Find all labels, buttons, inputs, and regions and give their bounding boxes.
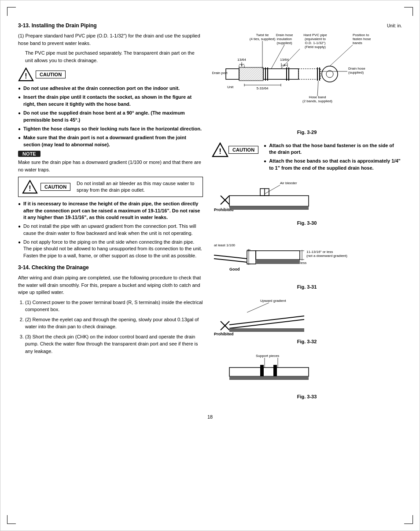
svg-line-84: [247, 303, 269, 312]
bullet-list-1: Do not use adhesive at the drain connect…: [18, 85, 203, 148]
svg-line-48: [330, 45, 353, 66]
fig-33-label: Fig. 3-33: [212, 393, 402, 401]
fig-30-svg: Air bleeder Prohibited: [212, 178, 344, 218]
fig-32-area: Upward gradient Prohibited Fig. 3-32: [212, 297, 402, 345]
section-13-step1b: The PVC pipe must be purchased separatel…: [25, 49, 203, 64]
section-14-steps: (1) Connect power to the power terminal …: [18, 299, 203, 355]
corner-mark-br: [404, 515, 413, 524]
bullet-2-3: Do not apply force to the piping on the …: [18, 239, 203, 259]
svg-rect-70: [256, 251, 300, 260]
fig-31-label: Fig. 3-31: [212, 283, 402, 291]
bullet-1-5: Make sure that the drain port is not a d…: [18, 134, 203, 148]
svg-rect-94: [229, 368, 309, 376]
svg-text:13/64: 13/64: [237, 58, 247, 62]
bullet-2-1: If it is necessary to increase the heigh…: [18, 201, 203, 221]
svg-text:Air bleeder: Air bleeder: [280, 181, 297, 185]
svg-text:(supplied): (supplied): [348, 71, 364, 74]
fig-33-svg: Support pieces: [212, 352, 335, 391]
caution-triangle-2: !: [22, 180, 38, 194]
section-14-step-3: (3) Short the check pin (CHK) on the ind…: [25, 333, 203, 355]
svg-text:1: 1: [241, 63, 243, 67]
svg-text:13/64: 13/64: [280, 58, 289, 62]
bullet-1-1: Do not use adhesive at the drain connect…: [18, 85, 203, 92]
caution-triangle-right: !: [212, 142, 228, 157]
bullet-1-2: Insert the drain pipe until it contacts …: [18, 94, 203, 108]
fig-29-area: Drain port Unit: [212, 30, 402, 136]
svg-text:(4 ties, supplied): (4 ties, supplied): [250, 37, 276, 41]
section-14-step-1: (1) Connect power to the power terminal …: [25, 299, 203, 313]
svg-rect-59: [229, 196, 309, 206]
svg-text:(2 bands, supplied): (2 bands, supplied): [302, 99, 332, 103]
svg-line-67: [214, 255, 247, 259]
svg-rect-8: [263, 69, 298, 79]
section-14-step-2: (2) Remove the eyelet cap and through th…: [25, 316, 203, 330]
svg-text:(not a downward gradient): (not a downward gradient): [306, 254, 347, 258]
svg-line-68: [214, 259, 247, 262]
svg-line-54: [317, 81, 318, 96]
svg-text:Position to: Position to: [353, 33, 369, 37]
svg-rect-7: [239, 67, 263, 81]
svg-text:fasten hose: fasten hose: [353, 37, 371, 41]
svg-text:!: !: [29, 185, 31, 192]
caution-right-bullet-1: Attach so that the hose band fastener is…: [264, 142, 402, 156]
svg-rect-95: [260, 365, 264, 378]
caution-box-right: ! CAUTION Attach so that the hose band f…: [212, 142, 402, 174]
svg-text:Drain hose: Drain hose: [276, 33, 293, 37]
svg-point-29: [322, 66, 338, 82]
caution-box-1: ! CAUTION: [18, 67, 203, 82]
svg-rect-69: [247, 251, 256, 264]
fig-32-label: Fig. 3-32: [212, 338, 402, 345]
svg-text:(equivalent to: (equivalent to: [305, 37, 326, 41]
corner-mark-tr: [404, 7, 413, 16]
bullet-2-2: Do not install the pipe with an upward g…: [18, 223, 203, 237]
fig-33-area: Support pieces Fig. 3-33: [212, 352, 402, 401]
svg-text:(Field supply): (Field supply): [305, 45, 326, 49]
svg-text:Hard PVC pipe: Hard PVC pipe: [303, 33, 327, 37]
page: 3-13. Installing the Drain Piping (1) Pr…: [0, 0, 420, 531]
bullet-list-2: If it is necessary to increase the heigh…: [18, 201, 203, 259]
svg-text:insulation: insulation: [277, 37, 292, 41]
left-column: 3-13. Installing the Drain Piping (1) Pr…: [18, 22, 203, 406]
bullet-1-3: Do not use the supplied drain hose bent …: [18, 110, 203, 123]
section-14-intro: After wiring and drain piping are comple…: [18, 274, 203, 296]
svg-text:bands: bands: [353, 41, 362, 45]
caution-label-right: CAUTION: [228, 146, 258, 154]
svg-text:Good: Good: [229, 267, 240, 271]
fig-30-area: Air bleeder Prohibited Fig. 3-30: [212, 178, 402, 227]
svg-text:at least 1/100: at least 1/100: [214, 243, 236, 247]
svg-text:(supplied): (supplied): [276, 41, 292, 45]
caution-label-1: CAUTION: [36, 71, 66, 78]
svg-rect-96: [273, 365, 277, 378]
svg-rect-65: [229, 206, 309, 210]
caution-right-bullets: Attach so that the hose band fastener is…: [264, 142, 402, 174]
svg-rect-5: [226, 69, 239, 79]
bullet-1-4: Tighten the hose clamps so their locking…: [18, 126, 203, 132]
svg-text:Twist tie: Twist tie: [256, 33, 269, 37]
svg-rect-90: [229, 328, 304, 332]
fig-31-area: at least 1/100 11-13/16": [212, 233, 402, 291]
svg-text:Drain port: Drain port: [212, 71, 228, 75]
svg-text:!: !: [219, 147, 221, 156]
section-14-title: 3-14. Checking the Drainage: [18, 264, 203, 271]
note-label: NOTE: [18, 151, 41, 157]
fig-29-svg: Drain port Unit: [212, 30, 401, 127]
svg-text:Support pieces: Support pieces: [256, 354, 279, 358]
page-number: 18: [18, 413, 402, 421]
caution-right-bullet-2: Attach the hose bands so that each is ap…: [264, 158, 402, 171]
svg-line-58: [265, 185, 280, 194]
svg-rect-82: [256, 260, 300, 264]
corner-mark-tl: [7, 7, 16, 16]
inline-caution-2: ! CAUTION Do not install an air bleeder …: [18, 177, 203, 197]
right-column: Unit: in. Drain port Unit: [212, 22, 402, 406]
svg-text:Prohibited: Prohibited: [214, 332, 234, 336]
svg-text:Unit: Unit: [227, 85, 234, 89]
fig-31-svg: at least 1/100 11-13/16": [212, 233, 361, 282]
fig-32-svg: Upward gradient Prohibited: [212, 297, 344, 336]
caution-2-text: Do not install an air bleeder as this ma…: [77, 180, 199, 194]
svg-text:5-33/64: 5-33/64: [256, 86, 269, 90]
svg-text:Drain hose: Drain hose: [348, 67, 365, 71]
caution-label-2: CAUTION: [41, 183, 70, 191]
fig-29-label: Fig. 3-29: [212, 129, 402, 136]
note-content: Make sure the drain pipe has a downward …: [18, 159, 203, 173]
caution-triangle-1: !: [18, 67, 34, 82]
